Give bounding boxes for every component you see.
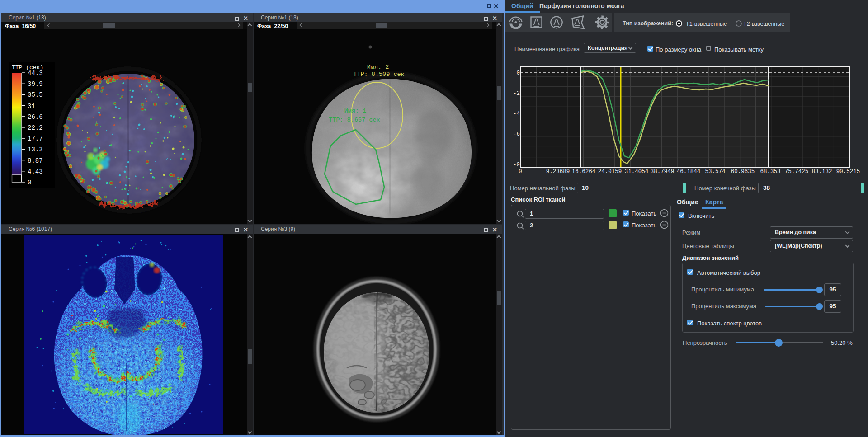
svg-text:-6: -6 bbox=[513, 131, 520, 137]
svg-text:90.5215: 90.5215 bbox=[836, 169, 860, 175]
svg-text:46.1844: 46.1844 bbox=[677, 169, 701, 175]
svg-text:13.3: 13.3 bbox=[28, 146, 43, 153]
svg-text:Имя: 1: Имя: 1 bbox=[344, 108, 367, 114]
svg-text:TTP: 8.667 сек: TTP: 8.667 сек bbox=[329, 117, 380, 123]
svg-text:TTP: 8.509 сек: TTP: 8.509 сек bbox=[353, 71, 404, 78]
svg-text:44.3: 44.3 bbox=[28, 70, 43, 77]
svg-text:75.7425: 75.7425 bbox=[785, 169, 809, 175]
svg-text:17.7: 17.7 bbox=[28, 135, 43, 142]
svg-text:31.4054: 31.4054 bbox=[625, 169, 649, 175]
svg-text:68.353: 68.353 bbox=[760, 169, 780, 175]
svg-text:0: 0 bbox=[519, 169, 522, 175]
svg-text:60.9635: 60.9635 bbox=[731, 169, 755, 175]
svg-text:9.23689: 9.23689 bbox=[546, 169, 570, 175]
svg-text:4.43: 4.43 bbox=[28, 168, 43, 175]
svg-text:24.0159: 24.0159 bbox=[598, 169, 622, 175]
svg-text:0: 0 bbox=[516, 70, 520, 76]
svg-text:-4: -4 bbox=[513, 111, 520, 117]
svg-text:22.2: 22.2 bbox=[28, 124, 43, 132]
svg-text:26.6: 26.6 bbox=[28, 113, 43, 121]
svg-text:0: 0 bbox=[28, 179, 31, 186]
svg-text:35.5: 35.5 bbox=[28, 91, 43, 99]
svg-text:38.7949: 38.7949 bbox=[651, 169, 675, 175]
svg-text:Имя: 2: Имя: 2 bbox=[367, 64, 389, 70]
svg-text:-2: -2 bbox=[513, 90, 520, 97]
svg-text:31: 31 bbox=[28, 103, 35, 110]
svg-text:39.9: 39.9 bbox=[28, 80, 43, 88]
svg-text:53.574: 53.574 bbox=[705, 169, 725, 175]
svg-text:16.6264: 16.6264 bbox=[572, 169, 596, 175]
svg-text:83.132: 83.132 bbox=[811, 169, 832, 175]
svg-text:-9: -9 bbox=[513, 162, 520, 168]
svg-text:8.87: 8.87 bbox=[28, 157, 43, 164]
